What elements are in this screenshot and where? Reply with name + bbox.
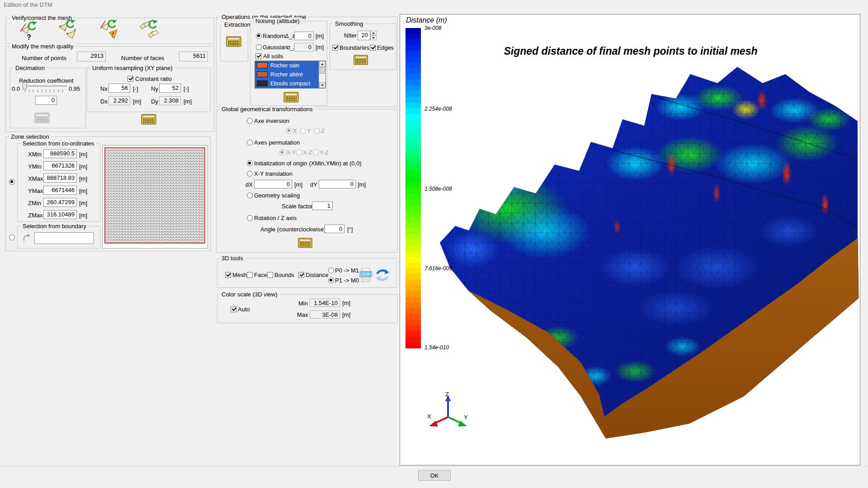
mesh-duplicate-points-icon[interactable] (57, 20, 78, 41)
decimation-value-field[interactable]: 0 (35, 96, 57, 105)
init-origin-radio[interactable] (247, 160, 253, 166)
all-soils-checkbox[interactable] (255, 53, 261, 59)
terrain-scene: Z X Y (400, 14, 860, 465)
smoothing-apply-button[interactable] (354, 54, 368, 66)
z-axis-label: Z (445, 391, 449, 398)
constant-ratio-checkbox[interactable] (127, 76, 133, 82)
min-field: 1.54E-10 (310, 299, 340, 307)
print-icon[interactable] (358, 267, 374, 283)
soils-scrollbar[interactable] (319, 61, 326, 88)
mesh-warning-triangle-icon[interactable] (99, 20, 119, 41)
faces-checkbox[interactable] (247, 272, 253, 278)
gaussian-radio[interactable] (256, 44, 262, 50)
resampling-apply-button[interactable] (141, 113, 156, 125)
perm-xz-radio[interactable] (296, 150, 302, 155)
boundary-select-arrow-icon[interactable] (22, 233, 32, 243)
decimation-slider-track[interactable] (24, 85, 67, 87)
edges-checkbox[interactable] (370, 45, 376, 51)
auto-checkbox[interactable] (231, 306, 236, 312)
xmin-label: XMin (28, 151, 42, 158)
view-3d[interactable]: Z X Y Distance (m) 3e-008 2.254e-008 1.5… (400, 14, 860, 465)
xy-translation-radio[interactable] (247, 171, 253, 177)
auto-label: Auto (238, 306, 250, 313)
nx-label: Nx (100, 85, 108, 92)
xmax-field[interactable]: 888718.83 (43, 174, 77, 183)
boundary-field[interactable] (34, 232, 94, 244)
soil-list-item[interactable]: Eboulis compact (255, 79, 318, 88)
dy-unit: [m] (184, 98, 192, 105)
dx-translate-label: dX (245, 181, 253, 188)
ny-unit: [-] (184, 85, 189, 92)
niter-field[interactable]: 20 (358, 31, 370, 40)
dx-field: 2.292 (108, 96, 130, 105)
points-label: Number of points (22, 55, 66, 61)
transforms-apply-button[interactable] (298, 237, 312, 249)
axis-y-label: Y (307, 127, 311, 134)
spin-down-icon[interactable] (370, 35, 377, 40)
axes-permutation-radio[interactable] (247, 140, 253, 145)
max-label: Max (297, 311, 308, 318)
extraction-apply-button[interactable] (226, 35, 241, 48)
soil-list-item[interactable]: Rocher sain (255, 61, 318, 70)
zone-boundary-radio[interactable] (9, 235, 15, 240)
axe-inversion-radio[interactable] (247, 118, 253, 124)
decimation-slider-thumb[interactable] (23, 82, 27, 89)
noising-title: Noising (altitude) (254, 18, 302, 24)
boundaries-checkbox[interactable] (332, 45, 338, 51)
p1-m0-radio[interactable] (328, 277, 334, 283)
axis-z-radio[interactable] (314, 128, 320, 134)
noising-ap ply-button[interactable] (283, 91, 299, 103)
niter-label: NIter (344, 32, 357, 39)
zone-coords-radio[interactable] (9, 179, 15, 185)
geometry-scaling-radio[interactable] (247, 192, 253, 198)
faces-value: 5611 (179, 52, 208, 61)
zmin-field[interactable]: 260.47299 (43, 198, 77, 207)
p0-m1-radio[interactable] (328, 267, 334, 273)
mesh-checkbox[interactable] (225, 272, 231, 278)
delta-z-label: Δ_z (285, 33, 295, 39)
xmin-field[interactable]: 888590.5 (43, 149, 77, 158)
boundaries-label: Boundaries (340, 44, 369, 51)
soil-list-item[interactable]: Rocher altéré (255, 70, 318, 79)
perm-yz-radio[interactable] (313, 150, 319, 155)
max-unit: [m] (342, 311, 350, 318)
min-unit: [m] (342, 300, 350, 306)
scale-factor-field[interactable]: 1 (312, 202, 333, 210)
axis-z-label: Z (321, 127, 325, 134)
zmin-label: ZMin (28, 200, 41, 206)
dy-field: 2.308 (159, 96, 181, 105)
axis-x-radio[interactable] (286, 128, 292, 134)
scrollbar-thumb[interactable] (320, 67, 325, 74)
nx-field[interactable]: 56 (108, 84, 130, 93)
axis-y-radio[interactable] (300, 128, 306, 134)
xmax-label: XMax (28, 175, 43, 182)
bounds-checkbox[interactable] (267, 272, 273, 278)
spin-up-icon[interactable] (370, 31, 377, 35)
mesh-preview (102, 145, 208, 249)
mesh-swap-faces-icon[interactable] (138, 20, 159, 41)
random-value-field[interactable]: 0 (294, 32, 314, 40)
niter-spinner[interactable] (370, 31, 377, 40)
dy-translate-field[interactable]: 0 (319, 180, 356, 188)
svg-text:?: ? (27, 33, 31, 40)
angle-label: Angle (counterclockwise) (260, 226, 326, 233)
scroll-up-icon[interactable] (319, 61, 326, 67)
angle-field[interactable]: 0 (325, 225, 344, 233)
extraction-title: Extraction (222, 21, 252, 28)
ymax-field[interactable]: 6671446 (43, 186, 77, 195)
all-soils-label: All soils (263, 53, 283, 60)
zmax-field[interactable]: 316.10489 (43, 210, 77, 219)
soils-listbox[interactable]: Rocher sain Rocher altéré Eboulis compac… (255, 61, 326, 89)
ny-field[interactable]: 52 (159, 84, 181, 93)
legend-title: Distance (m) (406, 16, 447, 24)
perm-xy-radio[interactable] (279, 150, 285, 155)
swap-arrows-icon[interactable] (376, 268, 389, 282)
random-radio[interactable] (256, 33, 262, 39)
verify-mesh-question-icon[interactable]: ? (18, 21, 39, 41)
rotation-radio[interactable] (247, 215, 253, 221)
ymin-field[interactable]: 6671326 (43, 161, 77, 170)
ok-button[interactable]: OK (418, 470, 451, 481)
distance-checkbox[interactable] (298, 272, 304, 278)
scroll-down-icon[interactable] (319, 82, 326, 88)
dx-translate-field[interactable]: 0 (254, 180, 292, 188)
